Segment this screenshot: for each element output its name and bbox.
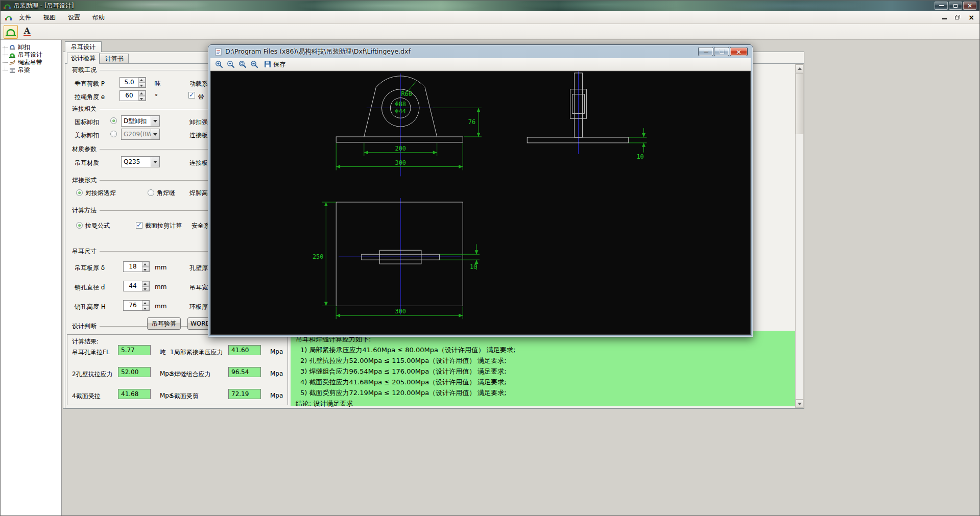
dxf-minimize-button[interactable]: [698, 47, 713, 56]
menu-view[interactable]: 视图: [37, 12, 62, 23]
dxf-viewer-window[interactable]: D:\Program Files (x86)\易构科技\吊装助理\Dxf\Lif…: [208, 44, 753, 337]
spin-up-icon[interactable]: [142, 301, 149, 306]
check-eye-button[interactable]: 吊耳验算: [147, 317, 181, 330]
spin-up-icon[interactable]: [138, 91, 146, 96]
tree-item-rope-sling[interactable]: 绳索吊带: [1, 59, 61, 66]
zoom-in-button[interactable]: [213, 59, 224, 70]
plate-thickness-input[interactable]: 18: [123, 261, 150, 272]
title-bar[interactable]: 吊装助理 - [吊耳设计] ×: [1, 1, 979, 11]
spin-down-icon[interactable]: [142, 286, 149, 291]
tree-stub: [3, 55, 8, 55]
dxf-canvas[interactable]: R66 Φ88 Φ44 76 200 300 10 250 300 10: [210, 71, 751, 335]
menu-help[interactable]: 帮助: [86, 12, 111, 23]
fillet-weld-radio[interactable]: [148, 189, 154, 196]
font-tool-button[interactable]: A: [20, 25, 34, 39]
dropdown-arrow-icon[interactable]: [151, 116, 159, 126]
result-unit: Mpa: [270, 370, 283, 377]
pin-hole-dia-input[interactable]: 44: [123, 281, 150, 291]
dxf-title-bar[interactable]: D:\Program Files (x86)\易构科技\吊装助理\Dxf\Lif…: [208, 45, 753, 58]
spinner[interactable]: [142, 281, 149, 291]
spin-down-icon[interactable]: [138, 83, 146, 88]
zoom-window-button[interactable]: [237, 59, 248, 70]
minimize-button[interactable]: [935, 2, 948, 10]
spinner[interactable]: [142, 301, 149, 310]
zoom-window-icon: [238, 60, 247, 68]
group-title: 荷载工况: [72, 66, 97, 75]
vertical-scrollbar[interactable]: [795, 64, 804, 408]
spin-up-icon[interactable]: [138, 78, 146, 83]
close-icon: ×: [736, 48, 742, 55]
tree-item-shackle[interactable]: 卸扣: [1, 43, 61, 51]
lifting-eye-icon: [8, 51, 16, 59]
close-icon: ×: [968, 13, 974, 21]
zoom-extents-button[interactable]: [249, 59, 259, 70]
calc-report-panel: 吊耳和焊缝计算应力如下: 1) 局部紧接承压应力41.60Mpa ≤ 80.00…: [291, 331, 798, 406]
butt-weld-radio[interactable]: [76, 189, 83, 196]
with-label-clipped: 带: [198, 93, 204, 102]
save-icon: [264, 61, 271, 68]
us-shackle-radio[interactable]: [110, 131, 117, 137]
menu-settings[interactable]: 设置: [62, 12, 86, 23]
result-label: 吊耳孔承拉FL: [72, 348, 110, 357]
menu-file[interactable]: 文件: [13, 12, 37, 23]
dim-base-depth: 250: [313, 253, 323, 260]
us-shackle-type-select[interactable]: G209(BW): [121, 129, 160, 140]
spinner[interactable]: [142, 262, 149, 272]
spin-down-icon[interactable]: [142, 267, 149, 272]
tree-stub: [3, 47, 8, 47]
rope-angle-input[interactable]: 60: [119, 90, 146, 101]
close-button[interactable]: ×: [963, 2, 976, 10]
report-line: 2) 孔壁抗拉应力52.00Mpa ≤ 115.00Mpa（设计许用值） 满足要…: [296, 355, 798, 366]
scroll-up-icon[interactable]: [796, 64, 803, 72]
dxf-close-button[interactable]: ×: [730, 47, 748, 56]
hole-wall-label-clipped: 孔壁厚: [189, 264, 208, 273]
child-close-button[interactable]: ×: [968, 14, 974, 21]
app-icon: [4, 3, 11, 10]
tree-item-lifting-eye[interactable]: 吊耳设计: [1, 51, 61, 59]
scrollbar-thumb[interactable]: [796, 73, 803, 134]
maximize-button[interactable]: [949, 2, 962, 10]
tab-lifting-eye-design[interactable]: 吊耳设计: [65, 41, 102, 52]
spin-up-icon[interactable]: [142, 262, 149, 267]
rope-angle-label: 拉绳角度 e: [75, 93, 105, 102]
tree-item-label: 吊梁: [18, 66, 30, 75]
spin-down-icon[interactable]: [138, 96, 146, 101]
tab-design-check[interactable]: 设计验算: [67, 53, 100, 64]
dim-base-width: 300: [395, 159, 405, 166]
input-value: 44: [124, 281, 142, 291]
zoom-out-button[interactable]: [225, 59, 236, 70]
spinner[interactable]: [138, 78, 146, 87]
dropdown-arrow-icon[interactable]: [151, 157, 159, 167]
font-tool-icon: A: [23, 27, 31, 37]
eye-material-select[interactable]: Q235: [121, 156, 160, 167]
dim-radius: R66: [401, 90, 412, 97]
save-button[interactable]: 保存: [260, 59, 289, 70]
restore-icon: [955, 15, 960, 19]
selected-option: D型卸扣: [122, 117, 151, 126]
lifting-eye-tool-button[interactable]: [4, 25, 18, 39]
spin-up-icon[interactable]: [142, 281, 149, 286]
result-value: 5.77: [118, 345, 151, 355]
scroll-down-icon[interactable]: [796, 399, 803, 407]
gb-shackle-radio[interactable]: [110, 117, 117, 124]
laman-formula-radio[interactable]: [76, 222, 83, 229]
spinner[interactable]: [138, 91, 146, 101]
shackle-strength-label-clipped: 卸扣强: [189, 118, 208, 127]
vertical-load-input[interactable]: 5.0: [119, 77, 146, 88]
with-checkbox[interactable]: [188, 92, 195, 99]
beam-icon: [8, 66, 16, 75]
pin-hole-dia-label: 销孔直径 d: [75, 283, 105, 292]
tree-item-lifting-beam[interactable]: 吊梁: [1, 66, 61, 74]
spin-down-icon[interactable]: [142, 306, 149, 311]
window-controls: ×: [935, 2, 976, 10]
gb-shackle-type-select[interactable]: D型卸扣: [121, 115, 160, 127]
vertical-load-label: 垂直荷载 P: [75, 80, 105, 88]
dropdown-arrow-icon[interactable]: [151, 129, 159, 139]
pin-hole-height-input[interactable]: 76: [123, 300, 150, 311]
tab-calc-report[interactable]: 计算书: [100, 54, 129, 64]
dxf-maximize-button[interactable]: [714, 47, 729, 56]
section-check-checkbox[interactable]: [136, 222, 142, 229]
child-restore-button[interactable]: [955, 14, 960, 21]
child-minimize-button[interactable]: [942, 14, 947, 21]
minimize-icon: [939, 5, 944, 6]
